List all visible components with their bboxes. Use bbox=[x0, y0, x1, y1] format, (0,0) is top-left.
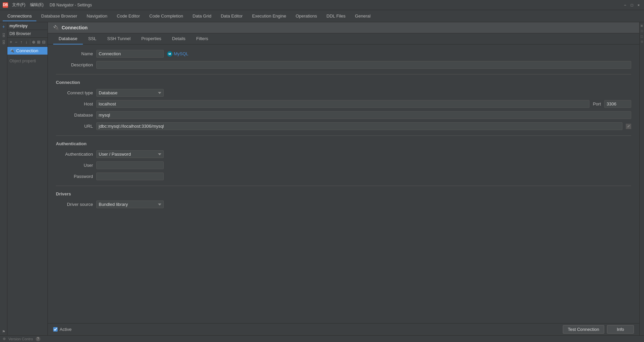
port-input[interactable] bbox=[604, 100, 631, 108]
edit-menu[interactable]: 编辑(E) bbox=[28, 1, 45, 8]
description-row: Description bbox=[56, 61, 631, 69]
move-up-btn[interactable]: ↑ bbox=[19, 39, 23, 45]
mysql-badge: M MySQL bbox=[167, 51, 188, 57]
sidebar-icon-plus[interactable]: + bbox=[2, 24, 5, 29]
tab-code-completion[interactable]: Code Completion bbox=[144, 11, 188, 21]
port-label: Port bbox=[593, 101, 601, 106]
bottom-bar: Active Test Connection Info bbox=[48, 323, 639, 335]
active-checkbox[interactable] bbox=[53, 327, 58, 332]
tab-execution-engine[interactable]: Execution Engine bbox=[247, 11, 291, 21]
tab-database-browser[interactable]: Database Browser bbox=[36, 11, 82, 21]
connection-header-icon: 🔌 bbox=[53, 25, 59, 30]
authentication-row: Authentication User / Password No Authen… bbox=[56, 150, 631, 158]
icon1-btn[interactable]: ⊞ bbox=[37, 39, 41, 45]
connection-item[interactable]: 🔌 Connection bbox=[7, 47, 47, 55]
tab-connections[interactable]: Connections bbox=[3, 11, 36, 21]
titlebar: DB 文件(F) 编辑(E) DB Navigator - Settings −… bbox=[0, 0, 644, 10]
connection-header-title: Connection bbox=[62, 25, 88, 30]
url-expand-btn[interactable]: ⤢ bbox=[626, 124, 631, 129]
tab-operations[interactable]: Operations bbox=[291, 11, 322, 21]
bottom-right: Test Connection Info bbox=[563, 325, 634, 334]
right-sidebar-icon-2[interactable]: ⊡ bbox=[640, 29, 644, 33]
titlebar-menus: 文件(F) 编辑(E) bbox=[10, 1, 45, 8]
authentication-section-header: Authentication bbox=[56, 141, 631, 146]
tab-data-editor[interactable]: Data Editor bbox=[216, 11, 247, 21]
window-title: DB Navigator - Settings bbox=[50, 3, 622, 7]
app-layout: Connections Database Browser Navigation … bbox=[0, 10, 644, 342]
user-input[interactable] bbox=[96, 161, 164, 169]
right-sidebar-icon-3[interactable]: ◫ bbox=[640, 34, 644, 38]
left-panel: myfirstpy DB Browser + − ↑ ↓ ⊕ ⊞ ⊟ 🔌 Con… bbox=[7, 22, 48, 335]
sub-tab-ssh-tunnel[interactable]: SSH Tunnel bbox=[102, 33, 136, 44]
section-divider-1 bbox=[56, 74, 631, 74]
driver-source-row: Driver source Bundled library External l… bbox=[56, 200, 631, 208]
sub-tab-ssl[interactable]: SSL bbox=[83, 33, 102, 44]
right-sidebar: ▣ ⊡ ◫ ⚙ bbox=[639, 22, 644, 335]
authentication-label: Authentication bbox=[56, 152, 93, 157]
tab-ddl-files[interactable]: DDL Files bbox=[322, 11, 350, 21]
minimize-btn[interactable]: − bbox=[622, 2, 628, 8]
tab-general[interactable]: General bbox=[350, 11, 375, 21]
sidebar-icon-flag[interactable]: ⚑ bbox=[2, 330, 5, 334]
add-connection-btn[interactable]: + bbox=[9, 39, 13, 45]
version-control-icon: ⊕ bbox=[3, 337, 6, 341]
move-down-btn[interactable]: ↓ bbox=[24, 39, 29, 45]
host-label: Host bbox=[56, 101, 93, 106]
info-btn[interactable]: Info bbox=[607, 325, 634, 334]
password-input[interactable] bbox=[96, 173, 164, 180]
connection-item-label: Connection bbox=[16, 48, 38, 53]
url-row: URL ⤢ bbox=[56, 122, 631, 130]
database-input[interactable] bbox=[96, 111, 631, 119]
right-sidebar-icon-1[interactable]: ▣ bbox=[640, 24, 644, 28]
driver-source-select[interactable]: Bundled library External library Maven d… bbox=[96, 200, 164, 208]
app-icon: DB bbox=[3, 2, 8, 8]
sidebar-icon-db2[interactable]: DB bbox=[2, 40, 5, 44]
drivers-section-header: Drivers bbox=[56, 191, 631, 196]
tab-code-editor[interactable]: Code Editor bbox=[112, 11, 145, 21]
sub-tab-details[interactable]: Details bbox=[167, 33, 191, 44]
active-label: Active bbox=[60, 327, 71, 332]
sub-tab-properties[interactable]: Properties bbox=[136, 33, 167, 44]
version-control-label: Version Contro bbox=[8, 337, 33, 341]
form-area: Name M MySQL Description Connection bbox=[48, 44, 639, 323]
user-label: User bbox=[56, 163, 93, 168]
icon2-btn[interactable]: ⊟ bbox=[42, 39, 46, 45]
db-browser-label: DB Browser bbox=[9, 31, 31, 36]
myfirstpy-label: myfirstpy bbox=[9, 24, 28, 28]
connection-header: 🔌 Connection bbox=[48, 22, 639, 33]
sub-tab-database[interactable]: Database bbox=[53, 33, 83, 44]
host-port-row: Host Port bbox=[56, 100, 631, 108]
help-icon[interactable]: ? bbox=[36, 337, 40, 341]
section-divider-3 bbox=[56, 186, 631, 186]
close-btn[interactable]: × bbox=[636, 2, 641, 8]
description-input[interactable] bbox=[96, 61, 631, 69]
copy-btn[interactable]: ⊕ bbox=[31, 39, 36, 45]
left-panel-toolbar: + − ↑ ↓ ⊕ ⊞ ⊟ bbox=[7, 38, 47, 47]
authentication-select[interactable]: User / Password No Authentication OS Aut… bbox=[96, 150, 164, 158]
name-label: Name bbox=[56, 51, 93, 56]
app-icon-label: DB bbox=[3, 3, 8, 7]
file-menu[interactable]: 文件(F) bbox=[10, 1, 27, 8]
bottom-left: Active bbox=[53, 327, 71, 332]
description-label: Description bbox=[56, 62, 93, 67]
password-row: Password bbox=[56, 173, 631, 180]
database-row: Database bbox=[56, 111, 631, 119]
connect-type-select[interactable]: Database URL SSH Tunnel bbox=[96, 89, 164, 97]
host-input[interactable] bbox=[96, 100, 589, 108]
name-input[interactable] bbox=[96, 50, 164, 58]
driver-source-label: Driver source bbox=[56, 202, 93, 207]
maximize-btn[interactable]: □ bbox=[629, 2, 635, 8]
remove-connection-btn[interactable]: − bbox=[14, 39, 18, 45]
main-panel: 🔌 Connection Database SSL SSH Tunnel Pro… bbox=[48, 22, 639, 335]
test-connection-btn[interactable]: Test Connection bbox=[563, 325, 604, 334]
sub-tab-filters[interactable]: Filters bbox=[191, 33, 214, 44]
tab-navigation[interactable]: Navigation bbox=[82, 11, 112, 21]
sidebar-icon-db[interactable]: DB bbox=[2, 33, 5, 37]
url-input[interactable] bbox=[96, 122, 622, 130]
tab-data-grid[interactable]: Data Grid bbox=[188, 11, 216, 21]
connect-type-row: Connect type Database URL SSH Tunnel bbox=[56, 89, 631, 97]
object-properties-label: Object properti bbox=[9, 57, 45, 65]
connect-type-label: Connect type bbox=[56, 90, 93, 95]
mysql-label: MySQL bbox=[174, 51, 188, 56]
right-sidebar-icon-4[interactable]: ⚙ bbox=[640, 40, 644, 44]
